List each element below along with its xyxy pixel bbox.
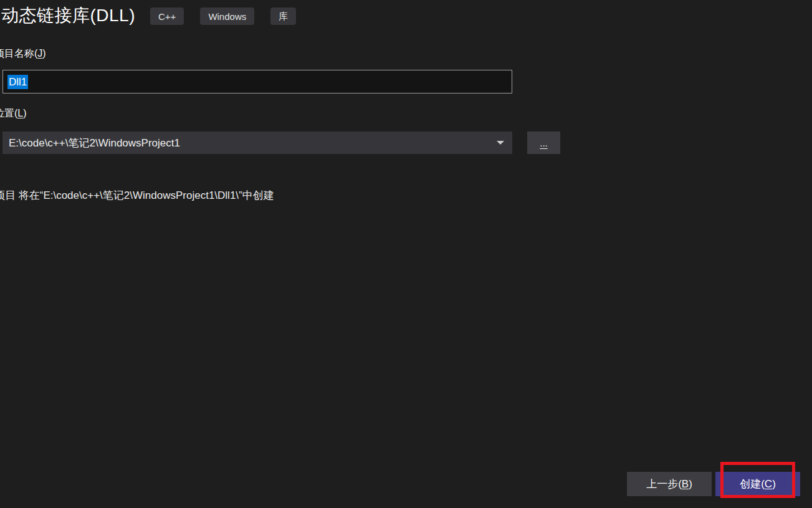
create-button-suffix: )	[772, 478, 776, 491]
tag-cpp: C++	[150, 7, 184, 25]
tag-windows: Windows	[200, 7, 254, 25]
header: 动态链接库(DLL) C++ Windows 库	[1, 4, 296, 27]
configure-project-page: 动态链接库(DLL) C++ Windows 库 项目名称(J) Dll1 位置…	[0, 0, 812, 508]
tag-library: 库	[270, 7, 296, 25]
project-name-label-text: 项目名称(	[0, 48, 37, 59]
create-button[interactable]: 创建(C)	[715, 472, 800, 496]
tag-list: C++ Windows 库	[150, 7, 296, 25]
project-path-note: 项目 将在“E:\code\c++\笔记2\WindowsProject1\Dl…	[0, 188, 274, 203]
create-button-text: 创建(	[740, 477, 765, 491]
project-name-label-suffix: )	[42, 48, 45, 59]
location-label: 位置(L)	[0, 107, 27, 120]
location-dropdown-value: E:\code\c++\笔记2\WindowsProject1	[9, 136, 497, 150]
project-name-selected-text: Dll1	[7, 75, 28, 89]
project-name-label: 项目名称(J)	[0, 47, 46, 60]
project-name-input[interactable]: Dll1	[2, 70, 512, 93]
location-dropdown[interactable]: E:\code\c++\笔记2\WindowsProject1	[2, 132, 512, 154]
chevron-down-icon	[497, 141, 504, 145]
location-label-text: 位置(	[0, 108, 17, 118]
create-button-accel: C	[765, 478, 772, 491]
page-title: 动态链接库(DLL)	[1, 4, 135, 27]
back-button-suffix: )	[689, 478, 692, 491]
back-button-accel: B	[682, 478, 689, 491]
browse-button[interactable]: ...	[527, 132, 560, 154]
back-button[interactable]: 上一步(B)	[627, 472, 712, 496]
location-accel: L	[17, 108, 23, 118]
location-label-suffix: )	[23, 108, 26, 118]
back-button-text: 上一步(	[646, 477, 682, 491]
